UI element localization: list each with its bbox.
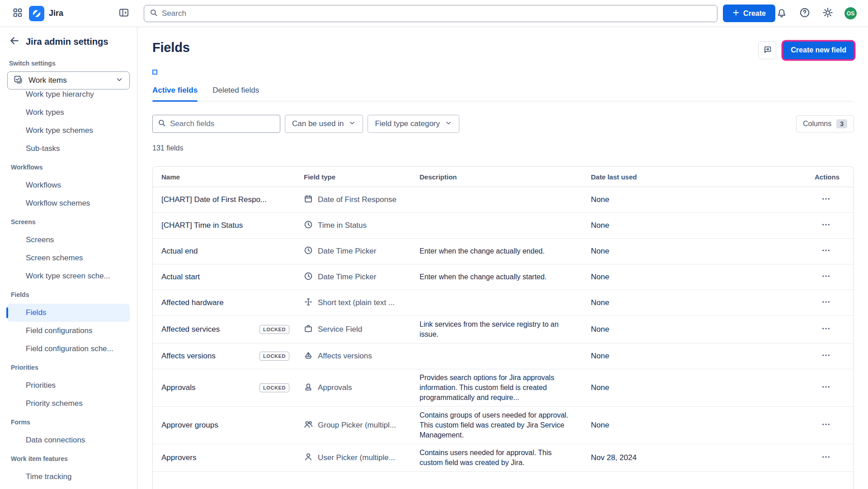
search-icon [158, 119, 166, 129]
actions-cell [810, 220, 854, 231]
field-name-cell: Approver groups [153, 421, 304, 430]
sidebar-item-field-configuration-sche[interactable]: Field configuration sche... [7, 340, 130, 358]
sidebar-collapse-button[interactable] [117, 6, 131, 21]
field-description: Contains groups of users needed for appr… [420, 410, 591, 440]
can-be-used-in-filter[interactable]: Can be used in [285, 115, 363, 133]
gear-icon [822, 7, 833, 20]
notifications-button[interactable] [775, 7, 788, 20]
table-row[interactable]: Affected hardware Short text (plain text… [153, 290, 854, 316]
create-button[interactable]: Create [723, 5, 775, 22]
sidebar-item-work-type-screen-sche[interactable]: Work type screen sche... [7, 267, 130, 285]
table-row[interactable]: [CHART] Date of First Respo... Date of F… [153, 187, 854, 213]
sidebar-item-workflows[interactable]: Workflows [7, 176, 130, 194]
actions-cell [810, 246, 854, 257]
sidebar-item-priority-schemes[interactable]: Priority schemes [7, 395, 130, 413]
sidebar-item-sub-tasks[interactable]: Sub-tasks [7, 140, 130, 158]
sidebar-section-header: Priorities [0, 358, 137, 376]
sidebar-item-time-tracking[interactable]: Time tracking [7, 468, 130, 486]
row-actions-button[interactable] [819, 351, 833, 362]
clock-icon [304, 246, 313, 257]
table-row[interactable]: Actual end Date Time Picker Enter when t… [153, 239, 854, 264]
global-search-input[interactable]: Search [144, 5, 717, 22]
more-dots-icon [821, 324, 830, 335]
table-header-row: Name Field type Description Date last us… [153, 167, 854, 187]
column-header-date-last-used[interactable]: Date last used [591, 173, 810, 181]
field-name-cell: Approvers [153, 453, 304, 462]
sidebar-item-priorities[interactable]: Priorities [7, 376, 130, 395]
field-name: Approvers [161, 453, 196, 462]
field-name: [CHART] Time in Status [161, 221, 243, 230]
column-header-description[interactable]: Description [420, 173, 591, 181]
field-name-cell: Actual end [153, 247, 304, 256]
tab-active-fields[interactable]: Active fields [152, 86, 198, 101]
app-grid-icon [13, 8, 23, 19]
column-header-field-type[interactable]: Field type [304, 173, 420, 181]
field-type-label: Affects versions [318, 352, 372, 361]
table-row[interactable]: Approver groups Group Picker (multipl...… [153, 407, 854, 444]
fields-count: 131 fields [152, 144, 854, 152]
row-actions-button[interactable] [819, 220, 833, 231]
sidebar-item-fields[interactable]: Fields [7, 304, 130, 322]
locked-badge: LOCKED [259, 383, 289, 392]
row-actions-button[interactable] [819, 420, 833, 431]
sidebar-item-screen-schemes[interactable]: Screen schemes [7, 249, 130, 267]
more-dots-icon [821, 420, 830, 431]
field-name: Actual end [161, 247, 198, 256]
row-actions-button[interactable] [819, 272, 833, 282]
more-dots-icon [821, 220, 830, 231]
table-row[interactable]: [CHART] Time in Status Time in Status No… [153, 213, 854, 239]
table-row[interactable]: Approvals LOCKED Approvals Provides sear… [153, 369, 854, 407]
page-title: Fields [152, 40, 190, 55]
feedback-button[interactable] [758, 41, 776, 59]
app-switcher-button[interactable] [10, 6, 25, 21]
actions-cell [810, 452, 854, 463]
field-name-cell: Affected services LOCKED [153, 325, 304, 334]
date-last-used: None [591, 298, 810, 307]
row-actions-button[interactable] [819, 246, 833, 257]
row-actions-button[interactable] [819, 324, 833, 335]
table-row[interactable]: Affects versions LOCKED Affects versions… [153, 343, 854, 369]
field-type-label: Short text (plain text ... [318, 298, 395, 307]
field-type-category-filter[interactable]: Field type category [368, 115, 459, 133]
settings-button[interactable] [821, 7, 834, 20]
tab-deleted-fields[interactable]: Deleted fields [212, 86, 259, 101]
arrow-left-icon[interactable] [9, 35, 20, 48]
chevron-down-icon [349, 119, 356, 129]
sidebar-item-work-type-schemes[interactable]: Work type schemes [7, 122, 130, 140]
settings-switcher-select[interactable]: Work items [7, 71, 130, 89]
filter-toolbar: Search fields Can be used in Field type … [152, 115, 854, 133]
actions-cell [810, 297, 854, 308]
actions-cell [810, 351, 854, 362]
plus-icon [732, 9, 740, 18]
sidebar-item-work-types[interactable]: Work types [7, 103, 130, 122]
search-fields-input[interactable]: Search fields [152, 115, 280, 133]
row-actions-button[interactable] [819, 194, 833, 205]
date-last-used: None [591, 247, 810, 256]
field-type-cell: Service Field [304, 324, 420, 335]
columns-button[interactable]: Columns 3 [796, 115, 854, 132]
row-actions-button[interactable] [819, 452, 833, 463]
field-type-cell: Time in Status [304, 220, 420, 231]
table-row[interactable]: Approvers User Picker (multiple... Conta… [153, 444, 854, 472]
help-button[interactable] [798, 7, 811, 20]
jira-logo-icon[interactable] [29, 6, 44, 21]
create-new-field-button[interactable]: Create new field [783, 42, 854, 59]
user-avatar[interactable]: OS [844, 7, 857, 19]
table-row[interactable]: Actual start Date Time Picker Enter when… [153, 264, 854, 290]
page-title-actions: Create new field [758, 41, 854, 59]
table-row[interactable]: Affected services LOCKED Service Field L… [153, 316, 854, 343]
sidebar-collapse-icon [118, 7, 129, 20]
column-header-name[interactable]: Name [153, 173, 304, 181]
sidebar-item-data-connections[interactable]: Data connections [7, 431, 130, 449]
row-actions-button[interactable] [819, 297, 833, 308]
actions-cell [810, 324, 854, 335]
sidebar-item-field-configurations[interactable]: Field configurations [7, 322, 130, 340]
sidebar-item-workflow-schemes[interactable]: Workflow schemes [7, 194, 130, 212]
row-actions-button[interactable] [819, 382, 833, 393]
field-type-cell: User Picker (multiple... [304, 452, 420, 464]
column-header-actions: Actions [815, 173, 854, 181]
more-dots-icon [821, 452, 830, 463]
date-last-used: None [591, 421, 810, 430]
field-type-label: Group Picker (multipl... [318, 421, 396, 430]
sidebar-item-screens[interactable]: Screens [7, 231, 130, 249]
